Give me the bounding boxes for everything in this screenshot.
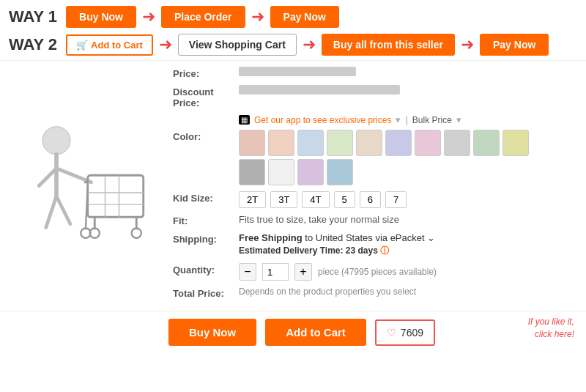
delivery-text: Estimated Delivery Time: 23 days ⓘ (239, 245, 574, 257)
cart-figure-svg (15, 118, 154, 254)
epacket-dropdown[interactable]: ⌄ (427, 232, 435, 243)
way1-arrow2 (251, 7, 264, 26)
app-promo-area: ▦ Get our app to see exclusive prices ▾ … (239, 114, 461, 125)
product-details: Price: Discount Price: ▦ Ge (168, 64, 586, 308)
color-swatch[interactable] (444, 130, 470, 156)
quantity-increase-button[interactable]: + (294, 263, 312, 281)
color-swatch[interactable] (297, 130, 324, 156)
svg-line-4 (46, 196, 56, 228)
color-swatch[interactable] (502, 130, 529, 156)
shipping-row: Shipping: Free Shipping to United States… (173, 232, 574, 257)
way1-section: WAY 1 Buy Now Place Order Pay Now (0, 0, 586, 31)
way2-arrow1 (159, 35, 172, 54)
color-row: Color: (173, 130, 574, 185)
quantity-input[interactable] (262, 263, 289, 281)
size-5[interactable]: 5 (334, 191, 355, 208)
bottom-bar: Buy Now Add to Cart ♡ 7609 If you like i… (0, 311, 586, 353)
discount-blurred (239, 85, 400, 95)
product-area: Price: Discount Price: ▦ Ge (0, 60, 586, 308)
color-swatch[interactable] (473, 130, 500, 156)
size-7[interactable]: 7 (385, 191, 407, 208)
shipping-text: Free Shipping to United States via ePack… (239, 232, 574, 243)
price-value (239, 67, 574, 78)
quantity-decrease-button[interactable]: − (239, 263, 256, 281)
color-swatch[interactable] (239, 130, 265, 156)
discount-value (239, 85, 574, 95)
color-label: Color: (173, 130, 239, 142)
size-4t[interactable]: 4T (302, 191, 329, 208)
fit-label: Fit: (173, 214, 239, 226)
cart-icon: 🛒 (76, 40, 88, 51)
color-swatch[interactable] (268, 130, 294, 156)
way1-pay-now-button[interactable]: Pay Now (270, 6, 339, 28)
color-swatch[interactable] (415, 130, 441, 156)
color-swatch[interactable] (239, 159, 265, 185)
way2-add-to-cart-button[interactable]: 🛒 Add to Cart (66, 34, 153, 56)
size-2t[interactable]: 2T (239, 191, 266, 208)
price-label: Price: (173, 67, 239, 79)
app-promo-row: ▦ Get our app to see exclusive prices ▾ … (173, 114, 574, 125)
delivery-days: 23 days (346, 245, 378, 256)
svg-line-5 (56, 196, 70, 224)
way1-buy-now-button[interactable]: Buy Now (66, 6, 136, 28)
click-here-note: If you like it,click here! (528, 316, 574, 341)
bottom-add-to-cart-button[interactable]: Add to Cart (265, 319, 366, 346)
svg-line-16 (86, 186, 88, 230)
way1-arrow1 (142, 7, 155, 26)
svg-point-11 (132, 228, 141, 237)
size-6[interactable]: 6 (360, 191, 381, 208)
color-swatch[interactable] (385, 130, 412, 156)
fit-value: Fits true to size, take your normal size (239, 214, 574, 225)
total-row: Total Price: Depends on the product prop… (173, 286, 574, 299)
shipping-free: Free Shipping (239, 232, 303, 243)
total-label: Total Price: (173, 286, 239, 299)
app-promo-text[interactable]: Get our app to see exclusive prices (254, 115, 391, 125)
color-swatch[interactable] (327, 130, 353, 156)
way2-buy-all-button[interactable]: Buy all from this seller (322, 34, 455, 56)
way1-place-order-button[interactable]: Place Order (161, 6, 245, 28)
quantity-label: Quantity: (173, 263, 239, 275)
way2-arrow3 (461, 35, 474, 54)
color-swatches (239, 130, 532, 185)
svg-line-3 (39, 169, 56, 186)
svg-point-0 (42, 127, 70, 155)
shipping-value: Free Shipping to United States via ePack… (239, 232, 574, 257)
color-swatch[interactable] (268, 159, 294, 185)
size-3t[interactable]: 3T (270, 191, 297, 208)
color-swatch[interactable] (356, 130, 382, 156)
size-label: Kid Size: (173, 191, 239, 204)
delivery-info-icon[interactable]: ⓘ (380, 245, 389, 256)
discount-row: Discount Price: (173, 85, 574, 108)
svg-line-2 (56, 169, 92, 182)
way1-label: WAY 1 (9, 7, 57, 26)
quantity-row: Quantity: − + piece (47995 pieces availa… (173, 263, 574, 281)
bottom-buy-now-button[interactable]: Buy Now (168, 319, 256, 346)
way2-section: WAY 2 🛒 Add to Cart View Shopping Cart B… (0, 31, 586, 60)
way2-view-cart-button[interactable]: View Shopping Cart (178, 34, 297, 56)
color-swatch[interactable] (297, 159, 324, 185)
way2-arrow2 (303, 35, 316, 54)
fit-row: Fit: Fits true to size, take your normal… (173, 214, 574, 226)
shipping-label: Shipping: (173, 232, 239, 245)
wishlist-count: 7609 (401, 327, 423, 339)
product-image (0, 64, 168, 308)
total-value: Depends on the product properties you se… (239, 286, 416, 297)
price-row: Price: (173, 67, 574, 79)
way2-label: WAY 2 (9, 35, 57, 54)
shipping-dest: to United States via ePacket (305, 232, 424, 243)
bulk-price-link[interactable]: Bulk Price (412, 115, 452, 125)
app-qr-badge: ▦ (239, 115, 250, 125)
size-row: Kid Size: 2T 3T 4T 5 6 7 (173, 191, 574, 208)
discount-label: Discount Price: (173, 85, 239, 108)
color-swatch[interactable] (327, 159, 353, 185)
wishlist-button[interactable]: ♡ 7609 (375, 319, 435, 346)
price-blurred (239, 67, 356, 76)
way2-pay-now-button[interactable]: Pay Now (480, 34, 549, 56)
quantity-controls: − + piece (47995 pieces available) (239, 263, 437, 281)
heart-icon: ♡ (387, 327, 396, 339)
size-options: 2T 3T 4T 5 6 7 (239, 191, 407, 208)
quantity-note: piece (47995 pieces available) (318, 267, 437, 277)
svg-rect-6 (88, 175, 144, 217)
